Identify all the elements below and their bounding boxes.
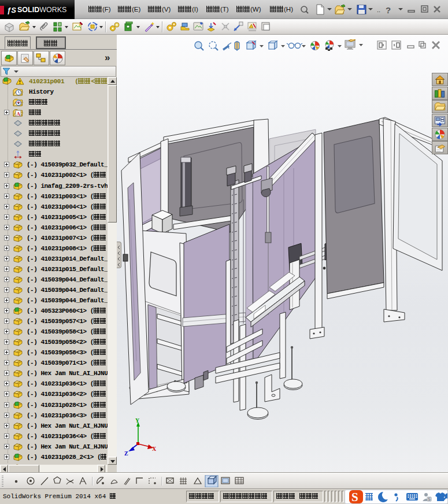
svg-text:..: .. <box>377 6 380 13</box>
svg-text:5: 5 <box>428 497 431 502</box>
svg-text:Z: Z <box>124 450 128 457</box>
svg-text:Y: Y <box>135 417 140 424</box>
svg-text:S: S <box>351 490 358 503</box>
svg-text:SOLIDWORKS: SOLIDWORKS <box>17 6 66 14</box>
svg-text:ƒS: ƒS <box>7 6 16 14</box>
svg-text:A: A <box>17 111 21 117</box>
svg-text:X: X <box>152 446 157 452</box>
svg-text:?: ? <box>386 5 391 15</box>
